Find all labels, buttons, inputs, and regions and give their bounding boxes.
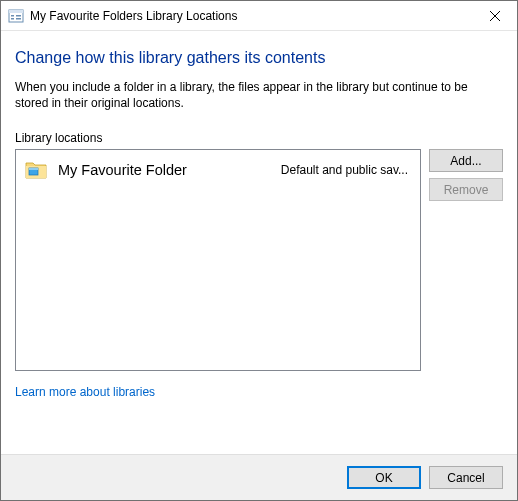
- svg-rect-5: [16, 18, 21, 20]
- window-title: My Favourite Folders Library Locations: [30, 9, 472, 23]
- item-status: Default and public sav...: [281, 163, 412, 177]
- learn-more-link[interactable]: Learn more about libraries: [15, 385, 155, 399]
- dialog-heading: Change how this library gathers its cont…: [15, 49, 503, 67]
- library-locations-list[interactable]: My Favourite Folder Default and public s…: [15, 149, 421, 371]
- folder-icon: [24, 158, 48, 182]
- close-button[interactable]: [472, 1, 517, 30]
- list-label: Library locations: [15, 131, 503, 145]
- dialog-footer: OK Cancel: [1, 454, 517, 500]
- svg-rect-1: [9, 10, 23, 13]
- remove-button[interactable]: Remove: [429, 178, 503, 201]
- dialog-content: Change how this library gathers its cont…: [1, 31, 517, 399]
- svg-rect-2: [11, 15, 14, 17]
- ok-button[interactable]: OK: [347, 466, 421, 489]
- list-item[interactable]: My Favourite Folder Default and public s…: [18, 154, 418, 186]
- svg-rect-4: [16, 15, 21, 17]
- svg-rect-9: [29, 168, 38, 170]
- library-icon: [8, 8, 24, 24]
- cancel-button[interactable]: Cancel: [429, 466, 503, 489]
- add-button[interactable]: Add...: [429, 149, 503, 172]
- dialog-description: When you include a folder in a library, …: [15, 79, 503, 111]
- svg-rect-3: [11, 18, 14, 20]
- item-name: My Favourite Folder: [58, 162, 281, 178]
- titlebar: My Favourite Folders Library Locations: [1, 1, 517, 31]
